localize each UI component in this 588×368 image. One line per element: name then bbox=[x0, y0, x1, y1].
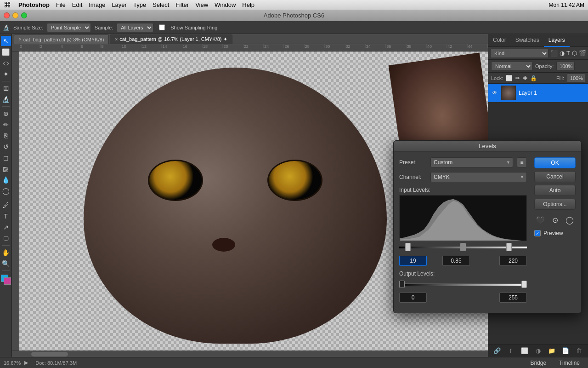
preset-select[interactable]: Custom Default bbox=[430, 157, 513, 167]
output-levels-slider[interactable] bbox=[399, 280, 527, 289]
tab-bridge[interactable]: Bridge bbox=[526, 357, 551, 368]
tab-timeline[interactable]: Timeline bbox=[554, 357, 584, 368]
crop-tool[interactable]: ⚄ bbox=[1, 83, 11, 93]
eraser-tool[interactable]: ◻ bbox=[1, 153, 11, 163]
tab-layers[interactable]: Layers bbox=[544, 34, 570, 47]
tab-close-icon-2[interactable]: × bbox=[115, 37, 118, 42]
background-color[interactable] bbox=[4, 277, 11, 285]
maximize-button[interactable] bbox=[21, 12, 27, 18]
output-black-slider[interactable] bbox=[399, 281, 405, 288]
marquee-tool[interactable]: ⬜ bbox=[1, 47, 11, 57]
add-style-button[interactable]: f bbox=[506, 346, 515, 356]
tab-color[interactable]: Color bbox=[488, 34, 511, 47]
heal-tool[interactable]: ⊕ bbox=[1, 109, 11, 119]
lock-brush-icon[interactable]: ✏ bbox=[515, 75, 520, 81]
layer-visibility-icon[interactable]: 👁 bbox=[491, 89, 498, 97]
menu-file[interactable]: File bbox=[56, 1, 66, 8]
cancel-button[interactable]: Cancel bbox=[534, 171, 576, 182]
tab-close-icon[interactable]: × bbox=[19, 37, 22, 42]
pen-tool[interactable]: 🖊 bbox=[1, 200, 11, 210]
tab-swatches[interactable]: Swatches bbox=[511, 34, 544, 47]
magic-wand-tool[interactable]: ✦ bbox=[1, 69, 11, 79]
zoom-arrow-icon[interactable]: ▶ bbox=[24, 360, 28, 366]
lock-move-icon[interactable]: ✚ bbox=[523, 75, 527, 81]
add-mask-button[interactable]: ⬜ bbox=[520, 346, 529, 356]
preview-checkbox[interactable]: ✓ bbox=[534, 230, 541, 236]
apple-menu[interactable]: ⌘ bbox=[4, 0, 11, 9]
white-eyedropper-button[interactable]: ◯ bbox=[564, 214, 575, 225]
preset-options-button[interactable]: ≡ bbox=[517, 157, 527, 167]
input-levels-slider[interactable] bbox=[399, 243, 527, 252]
link-layers-button[interactable]: 🔗 bbox=[492, 346, 502, 356]
window-controls[interactable] bbox=[4, 12, 27, 18]
lock-all-icon[interactable]: 🔒 bbox=[530, 75, 537, 81]
auto-button[interactable]: Auto bbox=[534, 185, 576, 196]
black-eyedropper-button[interactable]: 🖤 bbox=[535, 214, 546, 225]
hand-tool[interactable]: ✋ bbox=[1, 247, 11, 258]
menu-image[interactable]: Image bbox=[89, 1, 105, 8]
lasso-tool[interactable]: ⬭ bbox=[1, 58, 11, 68]
menu-layer[interactable]: Layer bbox=[112, 1, 127, 8]
show-sampling-checkbox[interactable] bbox=[159, 24, 165, 30]
gray-eyedropper-button[interactable]: ⊙ bbox=[549, 214, 560, 225]
dodge-tool[interactable]: ◯ bbox=[1, 186, 11, 196]
new-adjustment-button[interactable]: ◑ bbox=[533, 346, 543, 356]
blur-tool[interactable]: 💧 bbox=[1, 175, 11, 185]
menu-view[interactable]: View bbox=[195, 1, 208, 8]
opacity-input[interactable]: 100% bbox=[556, 62, 575, 71]
tab-cat-pattern-1[interactable]: × cat_bag_pattern.tif @ 3% (CMYK/8) bbox=[14, 34, 109, 44]
gradient-tool[interactable]: ▨ bbox=[1, 164, 11, 174]
input-black-value[interactable]: 19 bbox=[399, 256, 427, 266]
move-tool[interactable]: ↖ bbox=[1, 36, 11, 46]
kind-icon-type[interactable]: T bbox=[566, 50, 570, 57]
kind-icon-pixel[interactable]: ⬛ bbox=[550, 50, 558, 57]
eyedropper-tool[interactable]: 🔬 bbox=[1, 94, 11, 104]
output-max-value[interactable]: 255 bbox=[499, 293, 527, 303]
sample-size-select[interactable]: Point Sample bbox=[47, 23, 91, 32]
output-track bbox=[399, 283, 527, 286]
output-min-value[interactable]: 0 bbox=[399, 293, 427, 303]
color-swatches[interactable] bbox=[1, 275, 11, 285]
layer-item-1[interactable]: 👁 Layer 1 bbox=[488, 84, 588, 102]
minimize-button[interactable] bbox=[12, 12, 18, 18]
sample-select[interactable]: All Layers bbox=[117, 23, 153, 32]
tab-cat-pattern-2[interactable]: × cat_bag_pattern @ 16.7% (Layer 1, CMYK… bbox=[110, 34, 232, 44]
ruler-mark: 8 bbox=[101, 44, 121, 48]
new-group-button[interactable]: 📁 bbox=[547, 346, 556, 356]
menu-select[interactable]: Select bbox=[153, 1, 169, 8]
history-brush-tool[interactable]: ↺ bbox=[1, 142, 11, 152]
brush-tool[interactable]: ✏ bbox=[1, 120, 11, 130]
menu-window[interactable]: Window bbox=[215, 1, 236, 8]
kind-select[interactable]: Kind bbox=[490, 49, 548, 58]
input-white-value[interactable]: 220 bbox=[499, 256, 527, 266]
path-select-tool[interactable]: ↗ bbox=[1, 222, 11, 232]
delete-layer-button[interactable]: 🗑 bbox=[575, 346, 584, 356]
menu-type[interactable]: Type bbox=[133, 1, 146, 8]
kind-icon-smart[interactable]: 🎬 bbox=[579, 50, 586, 57]
black-point-slider[interactable] bbox=[405, 243, 411, 251]
kind-icon-shape[interactable]: ⬡ bbox=[572, 50, 577, 57]
app-menu-photoshop[interactable]: Photoshop bbox=[18, 1, 50, 8]
kind-icon-adjustment[interactable]: ◑ bbox=[560, 50, 565, 57]
blend-mode-select[interactable]: Normal bbox=[491, 62, 532, 71]
new-layer-button[interactable]: 📄 bbox=[561, 346, 570, 356]
menu-edit[interactable]: Edit bbox=[72, 1, 82, 8]
midpoint-slider[interactable] bbox=[460, 243, 466, 251]
input-mid-value[interactable]: 0.85 bbox=[442, 256, 470, 266]
zoom-tool[interactable]: 🔍 bbox=[1, 259, 11, 269]
clone-tool[interactable]: ⎘ bbox=[1, 131, 11, 141]
text-tool[interactable]: T bbox=[1, 211, 11, 221]
ok-button[interactable]: OK bbox=[534, 157, 576, 168]
fill-input[interactable]: 100% bbox=[567, 74, 585, 83]
canvas-scrollbar[interactable] bbox=[12, 351, 488, 357]
menu-filter[interactable]: Filter bbox=[175, 1, 189, 8]
white-point-slider[interactable] bbox=[506, 243, 512, 251]
channel-select[interactable]: CMYK Cyan Magenta Yellow Black bbox=[430, 172, 527, 182]
output-white-slider[interactable] bbox=[521, 281, 527, 288]
close-button[interactable] bbox=[4, 12, 10, 18]
menu-help[interactable]: Help bbox=[242, 1, 254, 8]
scroll-thumb[interactable] bbox=[31, 352, 68, 356]
options-button[interactable]: Options... bbox=[534, 199, 576, 210]
lock-checkered-icon[interactable]: ⬜ bbox=[506, 75, 513, 81]
shape-tool[interactable]: ⬡ bbox=[1, 233, 11, 243]
